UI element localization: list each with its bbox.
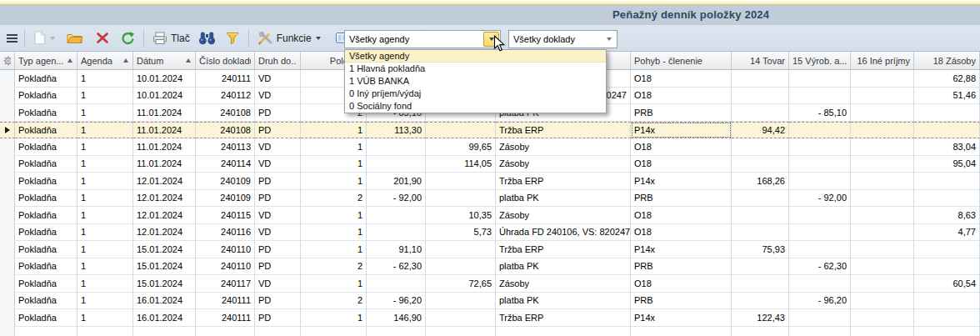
cell-agenda[interactable]: 1	[78, 156, 133, 173]
cell-16-ine-prijmy[interactable]	[851, 224, 914, 242]
column-header-typ-agendy[interactable]: Typ agen...	[15, 52, 78, 69]
new-record-dropdown-icon[interactable]	[50, 37, 55, 40]
cell-agenda[interactable]: 1	[78, 207, 133, 224]
cell-suma-b[interactable]	[426, 258, 496, 276]
cell-druh-dokladu[interactable]: PD	[255, 309, 301, 327]
cell-polozka[interactable]: 1	[301, 122, 367, 139]
cell-14-tovar[interactable]	[732, 190, 789, 208]
refresh-button[interactable]	[118, 29, 138, 47]
cell-typ-agendy[interactable]: Pokladňa	[15, 224, 78, 242]
cell-datum[interactable]: 11.01.2024	[133, 138, 196, 156]
cell-suma-a[interactable]	[367, 207, 426, 224]
cell-typ-agendy[interactable]: Pokladňa	[15, 104, 78, 122]
cell-18-zasoby[interactable]	[914, 190, 980, 208]
cell-pohyb-clenenie[interactable]: O18	[631, 156, 732, 173]
cell-15-vyrob[interactable]	[789, 224, 851, 242]
cell-16-ine-prijmy[interactable]	[851, 122, 914, 139]
documents-combobox-dropdown-button[interactable]	[602, 32, 617, 47]
agenda-dropdown-item[interactable]: 0 Iný príjem/výdaj	[345, 88, 606, 100]
cell-cislo-dokladu[interactable]: 240109	[196, 173, 255, 190]
cell-14-tovar[interactable]: 75,93	[732, 241, 789, 258]
cell-agenda[interactable]: 1	[78, 190, 133, 208]
cell-typ-agendy[interactable]: Pokladňa	[15, 70, 78, 88]
delete-button[interactable]	[93, 30, 112, 46]
cell-polozka[interactable]: 1	[301, 207, 367, 224]
cell-14-tovar[interactable]: 122,43	[732, 309, 789, 327]
cell-datum[interactable]: 10.01.2024	[133, 70, 196, 88]
cell-14-tovar[interactable]	[732, 258, 789, 276]
table-row[interactable]: Pokladňa112.01.2024240115VD110,35ZásobyO…	[0, 207, 980, 224]
cell-datum[interactable]: 16.01.2024	[133, 293, 196, 310]
cell-15-vyrob[interactable]	[789, 70, 851, 88]
cell-cislo-dokladu[interactable]: 240116	[196, 224, 255, 242]
cell-text[interactable]: Tržba ERP	[496, 241, 631, 258]
table-row[interactable]: Pokladňa112.01.2024240109PD1201,90Tržba …	[0, 173, 980, 190]
cell-pohyb-clenenie[interactable]: P14x	[631, 173, 732, 190]
cell-text[interactable]: Tržba ERP	[496, 173, 631, 190]
cell-druh-dokladu[interactable]: PD	[255, 190, 301, 208]
cell-cislo-dokladu[interactable]: 240108	[196, 104, 255, 122]
cell-text[interactable]: Zásoby	[496, 207, 631, 224]
cell-16-ine-prijmy[interactable]	[851, 293, 914, 310]
cell-cislo-dokladu[interactable]: 240109	[196, 190, 255, 208]
cell-druh-dokladu[interactable]: VD	[255, 224, 301, 242]
cell-cislo-dokladu[interactable]: 240111	[196, 293, 255, 310]
cell-16-ine-prijmy[interactable]	[851, 138, 914, 156]
cell-pohyb-clenenie[interactable]: O18	[631, 88, 732, 105]
cell-18-zasoby[interactable]	[914, 173, 980, 190]
cell-datum[interactable]: 15.01.2024	[133, 258, 196, 276]
cell-16-ine-prijmy[interactable]	[851, 156, 914, 173]
cell-datum[interactable]: 11.01.2024	[133, 122, 196, 139]
cell-suma-b[interactable]	[426, 173, 496, 190]
cell-pohyb-clenenie[interactable]: PRB	[631, 190, 732, 208]
cell-suma-a[interactable]	[367, 138, 426, 156]
cell-druh-dokladu[interactable]: VD	[255, 88, 301, 105]
cell-pohyb-clenenie[interactable]: PRB	[631, 258, 732, 276]
table-row[interactable]: Pokladňa115.01.2024240110PD2- 62,30platb…	[0, 258, 980, 276]
column-header-agenda[interactable]: Agenda	[78, 52, 133, 69]
cell-18-zasoby[interactable]	[914, 309, 980, 327]
cell-suma-a[interactable]: 113,30	[367, 122, 426, 139]
cell-suma-a[interactable]	[367, 275, 426, 293]
cell-pohyb-clenenie[interactable]: O18	[631, 207, 732, 224]
column-header-16-ine-prijmy[interactable]: 16 Iné príjmy	[851, 52, 914, 69]
cell-14-tovar[interactable]	[732, 224, 789, 242]
cell-suma-b[interactable]	[426, 293, 496, 310]
cell-typ-agendy[interactable]: Pokladňa	[15, 207, 78, 224]
agenda-dropdown-item[interactable]: 0 Sociálny fond	[345, 100, 606, 113]
table-row[interactable]: Pokladňa112.01.2024240109PD2- 92,00platb…	[0, 190, 980, 208]
cell-datum[interactable]: 12.01.2024	[133, 190, 196, 208]
cell-pohyb-clenenie[interactable]: P14x	[631, 241, 732, 258]
cell-16-ine-prijmy[interactable]	[851, 258, 914, 276]
cell-text[interactable]: Zásoby	[496, 138, 631, 156]
table-row[interactable]: Pokladňa116.01.2024240111PD2- 96,20platb…	[0, 293, 980, 310]
cell-pohyb-clenenie[interactable]: O18	[631, 138, 732, 156]
search-button[interactable]	[196, 29, 218, 47]
cell-agenda[interactable]: 1	[78, 88, 133, 105]
column-header-18-zasoby[interactable]: 18 Zásoby	[914, 52, 980, 69]
column-header-druh-dokladu[interactable]: Druh do...	[255, 52, 301, 69]
cell-cislo-dokladu[interactable]: 240108	[196, 122, 255, 139]
open-button[interactable]	[64, 30, 86, 46]
cell-cislo-dokladu[interactable]: 240111	[196, 309, 255, 327]
column-header-indicator[interactable]	[0, 52, 15, 69]
cell-16-ine-prijmy[interactable]	[851, 241, 914, 258]
cell-15-vyrob[interactable]	[789, 275, 851, 293]
cell-agenda[interactable]: 1	[78, 224, 133, 242]
cell-suma-b[interactable]	[426, 190, 496, 208]
cell-14-tovar[interactable]	[732, 293, 789, 310]
cell-suma-b[interactable]: 5,73	[426, 224, 496, 242]
cell-polozka[interactable]: 1	[301, 224, 367, 242]
cell-14-tovar[interactable]	[732, 88, 789, 105]
cell-text[interactable]: platba PK	[496, 293, 631, 310]
cell-suma-b[interactable]: 72,65	[426, 275, 496, 293]
cell-15-vyrob[interactable]	[789, 88, 851, 105]
cell-druh-dokladu[interactable]: PD	[255, 104, 301, 122]
agenda-dropdown-item[interactable]: 1 VÚB BANKA	[345, 75, 606, 88]
cell-15-vyrob[interactable]	[789, 122, 851, 139]
cell-agenda[interactable]: 1	[78, 241, 133, 258]
cell-18-zasoby[interactable]: 8,63	[914, 207, 980, 224]
cell-agenda[interactable]: 1	[78, 122, 133, 139]
filter-button[interactable]	[222, 30, 242, 47]
cell-druh-dokladu[interactable]: PD	[255, 293, 301, 310]
